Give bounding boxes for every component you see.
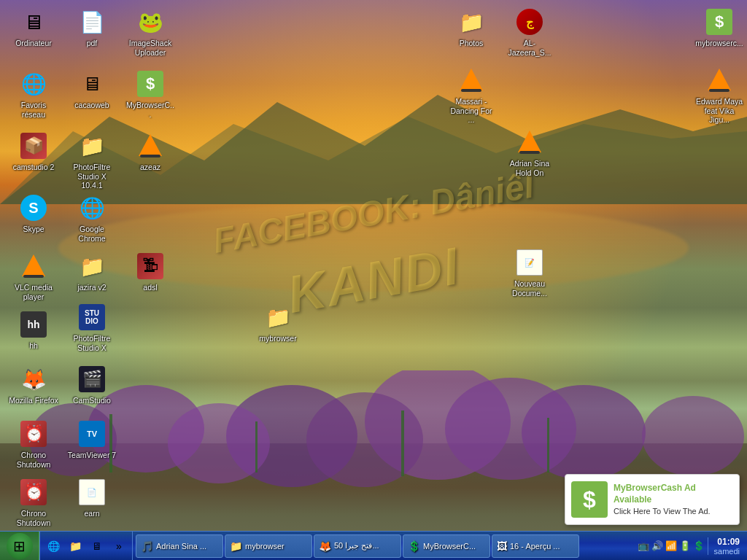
tray-icon-teamviewer[interactable]: 📺: [638, 540, 649, 551]
desktop: FACEBOOK: Dâniêl KANDI 🖥 Ordinateur 📄 pd…: [0, 0, 747, 560]
icon-earn[interactable]: 📄 earn: [66, 478, 118, 519]
quick-arrow[interactable]: »: [109, 536, 129, 556]
icon-imageshack[interactable]: 🐸 ImageShack Uploader: [124, 7, 177, 58]
cacaoweb-icon: 🖥: [77, 69, 107, 98]
camstudio2-label: camstudio 2: [12, 162, 56, 173]
mybrowser3-icon: 📁: [263, 303, 293, 332]
taskbar-item-0[interactable]: 🎵 Adrian Sina ...: [136, 534, 223, 558]
favoris-icon: 🌐: [19, 69, 48, 98]
quick-ie[interactable]: 🌐: [43, 536, 63, 556]
icon-azeaz[interactable]: azeaz: [124, 131, 177, 173]
icon-photofiltre2[interactable]: STUDIO PhotoFiltre Studio X: [66, 303, 118, 353]
icon-camstudio3[interactable]: 🎬 CamStudio: [66, 365, 118, 406]
icon-cacaoweb[interactable]: 🖥 cacaoweb: [66, 69, 118, 111]
camstudio3-label: CamStudio: [71, 395, 112, 406]
icon-ordinateur[interactable]: 🖥 Ordinateur: [7, 7, 60, 49]
icon-mozilla[interactable]: 🦊 Mozilla Firefox: [7, 365, 60, 406]
hh-icon: hh: [19, 310, 48, 339]
tray-icon-dollar[interactable]: 💲: [693, 540, 705, 551]
taskbar-item-1-icon: 📁: [230, 540, 242, 552]
taskbar-item-4-label: 16 - Aperçu ...: [510, 542, 560, 551]
taskbar-item-4[interactable]: 🖼 16 - Aperçu ...: [492, 534, 579, 558]
quick-launch: 🌐 📁 🖥 »: [39, 532, 133, 560]
pdf-label: pdf: [85, 38, 99, 49]
mozilla-label: Mozilla Firefox: [7, 395, 60, 406]
taskbar-item-1[interactable]: 📁 mybrowser: [225, 534, 312, 558]
taskbar-item-2[interactable]: 🦊 فتح جبرا 50...: [314, 534, 401, 558]
imageshack-icon: 🐸: [136, 7, 165, 36]
taskbar-item-3[interactable]: 💲 MyBrowserC...: [403, 534, 490, 558]
mybrowserc2-label: MyBrowserC...: [124, 100, 177, 120]
icon-chronoshutdown2[interactable]: ⏰ Chrono Shutdown: [7, 478, 60, 528]
massari-label: Massari - Dancing For ...: [445, 96, 498, 125]
taskbar-item-0-icon: 🎵: [141, 540, 153, 552]
icon-jazira[interactable]: 📁 jazira v2: [66, 252, 118, 293]
system-tray: 📺 🔊 📶 🔋 💲 01:09 samedi: [633, 532, 747, 560]
aljazeera-icon: ج: [515, 7, 544, 36]
quick-show-desktop[interactable]: 🖥: [87, 536, 107, 556]
icon-hh[interactable]: hh hh: [7, 310, 60, 351]
svg-marker-24: [22, 254, 45, 276]
icon-adriansina[interactable]: Adrian Sina Hold On: [503, 128, 556, 178]
taskbar-item-3-icon: 💲: [408, 540, 420, 552]
ad-title: MyBrowserCash Ad Available: [614, 483, 696, 505]
icon-photofiltre[interactable]: 📁 PhotoFiltre Studio X 10.4.1: [66, 131, 118, 191]
tray-icon-volume[interactable]: 🔊: [651, 540, 663, 551]
icon-aljazeera[interactable]: ج AL-Jazeera_S...: [503, 7, 556, 58]
taskbar-item-1-label: mybrowser: [245, 542, 285, 551]
svg-rect-19: [709, 89, 729, 92]
icon-chronoshutdown1[interactable]: ⏰ Chrono Shutdown: [7, 419, 60, 470]
icon-nouveau[interactable]: 📝 Nouveau Docume...: [503, 248, 556, 298]
photos-icon: 📁: [457, 7, 486, 36]
azeaz-icon: [136, 131, 165, 160]
tray-icons-group: 📺 🔊 📶 🔋 💲: [638, 540, 705, 551]
mozilla-icon: 🦊: [19, 365, 48, 394]
adsl-icon: 🗜: [136, 252, 165, 281]
massari-icon: [457, 66, 486, 95]
ad-notification[interactable]: $ MyBrowserCash Ad Available Click Here …: [565, 474, 740, 525]
tray-icon-network[interactable]: 📶: [665, 540, 677, 551]
icon-edward[interactable]: Edward Maya feat Vika Jigu...: [693, 66, 746, 125]
icon-pdf[interactable]: 📄 pdf: [66, 7, 118, 49]
icon-favoris[interactable]: 🌐 Favoris réseau: [7, 69, 60, 120]
icon-photos[interactable]: 📁 Photos: [445, 7, 498, 49]
jazira-label: jazira v2: [76, 282, 107, 293]
taskbar-running-apps: 🎵 Adrian Sina ... 📁 mybrowser 🦊 فتح جبرا…: [133, 532, 633, 560]
icon-mybrowser3[interactable]: 📁 mybrowser: [252, 303, 304, 344]
windows-logo: ⊞: [13, 537, 26, 555]
chronoshutdown2-label: Chrono Shutdown: [7, 508, 60, 528]
azeaz-label: azeaz: [139, 162, 162, 173]
icon-vlcmedia[interactable]: VLC media player: [7, 252, 60, 302]
photos-label: Photos: [458, 38, 485, 49]
icon-mybrowsercash1[interactable]: $ mybrowserc...: [693, 7, 746, 49]
aljazeera-label: AL-Jazeera_S...: [503, 38, 556, 58]
skype-label: Skype: [21, 224, 45, 235]
icon-adsl[interactable]: 🗜 adsl: [124, 252, 177, 293]
icon-teamviewer[interactable]: TV TeamViewer 7: [66, 419, 118, 461]
start-button[interactable]: ⊞: [0, 532, 39, 561]
clock[interactable]: 01:09 samedi: [711, 537, 743, 556]
cacaoweb-label: cacaoweb: [73, 100, 110, 111]
taskbar: ⊞ 🌐 📁 🖥 » 🎵 Adrian Sina ... 📁 mybrowser …: [0, 531, 747, 560]
earn-icon: 📄: [77, 478, 107, 507]
ad-text: MyBrowserCash Ad Available Click Here To…: [614, 482, 733, 518]
mybrowsercash1-label: mybrowserc...: [694, 38, 744, 49]
chrome-icon: 🌐: [77, 193, 107, 222]
icon-massari[interactable]: Massari - Dancing For ...: [445, 66, 498, 125]
camstudio2-icon: 📦: [19, 131, 48, 160]
adriansina-icon: [515, 128, 544, 157]
icon-mybrowserc2[interactable]: $ MyBrowserC...: [124, 69, 177, 120]
edward-icon: [705, 66, 734, 95]
nouveau-icon: 📝: [515, 248, 544, 277]
icon-skype[interactable]: S Skype: [7, 193, 60, 235]
quick-folder[interactable]: 📁: [65, 536, 85, 556]
icon-camstudio2[interactable]: 📦 camstudio 2: [7, 131, 60, 173]
photofiltre2-label: PhotoFiltre Studio X: [66, 333, 118, 353]
vlcmedia-icon: [19, 252, 48, 281]
tray-icon-power[interactable]: 🔋: [679, 540, 691, 551]
chrome-label: Google Chrome: [66, 224, 118, 244]
icon-chrome[interactable]: 🌐 Google Chrome: [66, 193, 118, 244]
start-orb: ⊞: [7, 533, 33, 559]
teamviewer-icon: TV: [77, 419, 107, 448]
photofiltre-label: PhotoFiltre Studio X 10.4.1: [66, 162, 118, 191]
